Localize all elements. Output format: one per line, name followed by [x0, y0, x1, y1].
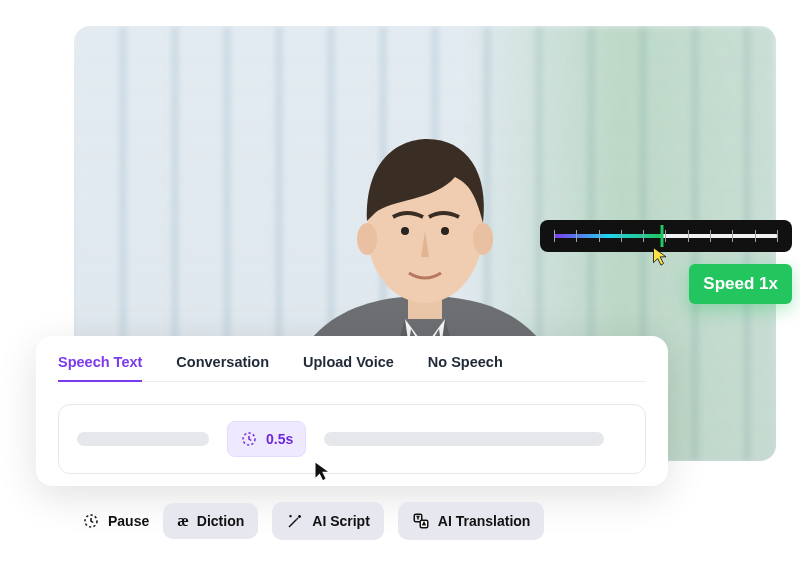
svg-point-5 — [441, 227, 449, 235]
tab-speech-text[interactable]: Speech Text — [58, 354, 142, 382]
pause-chip[interactable]: 0.5s — [227, 421, 306, 457]
cursor-icon — [313, 461, 333, 483]
speech-tabs: Speech Text Conversation Upload Voice No… — [58, 354, 646, 382]
diction-label: Diction — [197, 513, 244, 529]
speed-ticks — [554, 230, 778, 242]
ai-translation-button[interactable]: AI Translation — [398, 502, 545, 540]
action-row: Pause æ Diction AI Script AI Translation — [82, 502, 544, 540]
tab-conversation[interactable]: Conversation — [176, 354, 269, 382]
tab-upload-voice[interactable]: Upload Voice — [303, 354, 394, 382]
pause-timer-icon — [240, 430, 258, 448]
pause-chip-label: 0.5s — [266, 431, 293, 447]
speech-text-input[interactable]: 0.5s — [58, 404, 646, 474]
svg-point-3 — [473, 223, 493, 255]
svg-point-4 — [401, 227, 409, 235]
ai-translation-label: AI Translation — [438, 513, 531, 529]
speech-panel: Speech Text Conversation Upload Voice No… — [36, 336, 668, 486]
magic-wand-icon — [286, 512, 304, 530]
diction-button[interactable]: æ Diction — [163, 503, 258, 539]
speed-slider[interactable] — [540, 220, 792, 252]
pause-timer-icon — [82, 512, 100, 530]
ai-script-button[interactable]: AI Script — [272, 502, 384, 540]
diction-icon: æ — [177, 513, 189, 529]
text-segment — [77, 432, 209, 446]
text-segment — [324, 432, 604, 446]
speed-thumb[interactable] — [660, 225, 663, 247]
pause-label: Pause — [108, 513, 149, 529]
cursor-icon — [651, 246, 671, 266]
translate-icon — [412, 512, 430, 530]
speed-track[interactable] — [554, 234, 778, 238]
ai-script-label: AI Script — [312, 513, 370, 529]
speed-badge: Speed 1x — [689, 264, 792, 304]
pause-button[interactable]: Pause — [82, 512, 149, 530]
speed-overlay: Speed 1x — [540, 220, 792, 304]
tab-no-speech[interactable]: No Speech — [428, 354, 503, 382]
svg-point-2 — [357, 223, 377, 255]
